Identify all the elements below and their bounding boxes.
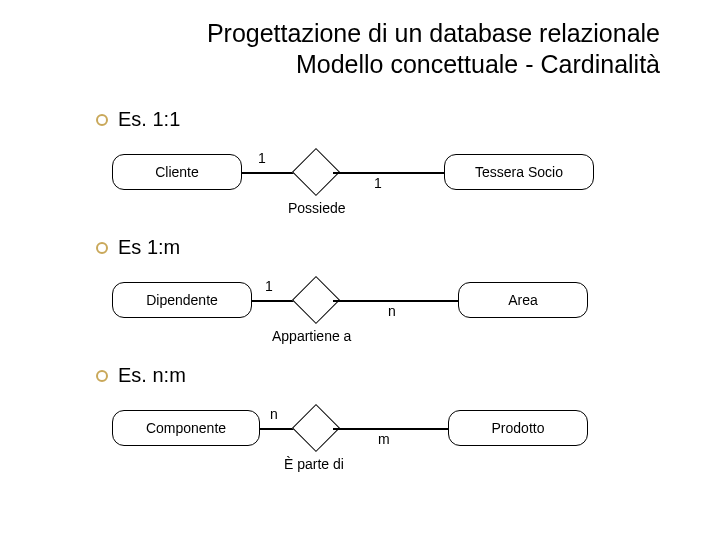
- relationship-label-3: È parte di: [284, 456, 344, 472]
- entity-label: Prodotto: [492, 420, 545, 436]
- entity-area: Area: [458, 282, 588, 318]
- entity-label: Dipendente: [146, 292, 218, 308]
- cardinality-left-2: 1: [265, 278, 273, 294]
- entity-tessera-socio: Tessera Socio: [444, 154, 594, 190]
- cardinality-left-1: 1: [258, 150, 266, 166]
- cardinality-left-3: n: [270, 406, 278, 422]
- heading-text-1: Es. 1:1: [118, 108, 180, 131]
- bullet-icon: [96, 242, 108, 254]
- cardinality-right-3: m: [378, 431, 390, 447]
- entity-label: Tessera Socio: [475, 164, 563, 180]
- cardinality-right-2: n: [388, 303, 396, 319]
- bullet-icon: [96, 370, 108, 382]
- title-line-2: Modello concettuale - Cardinalità: [296, 50, 660, 78]
- relationship-label-2: Appartiene a: [272, 328, 351, 344]
- cardinality-right-1: 1: [374, 175, 382, 191]
- section-heading-1: Es. 1:1: [96, 108, 180, 131]
- entity-label: Componente: [146, 420, 226, 436]
- section-heading-2: Es 1:m: [96, 236, 180, 259]
- entity-cliente: Cliente: [112, 154, 242, 190]
- title-line-1: Progettazione di un database relazionale: [207, 19, 660, 47]
- connector-line: [333, 428, 448, 430]
- connector-line: [242, 172, 299, 174]
- slide-title: Progettazione di un database relazionale…: [207, 18, 660, 81]
- entity-prodotto: Prodotto: [448, 410, 588, 446]
- heading-text-3: Es. n:m: [118, 364, 186, 387]
- bullet-icon: [96, 114, 108, 126]
- heading-text-2: Es 1:m: [118, 236, 180, 259]
- entity-componente: Componente: [112, 410, 260, 446]
- connector-line: [333, 172, 444, 174]
- entity-label: Cliente: [155, 164, 199, 180]
- entity-label: Area: [508, 292, 538, 308]
- entity-dipendente: Dipendente: [112, 282, 252, 318]
- relationship-label-1: Possiede: [288, 200, 346, 216]
- section-heading-3: Es. n:m: [96, 364, 186, 387]
- connector-line: [333, 300, 458, 302]
